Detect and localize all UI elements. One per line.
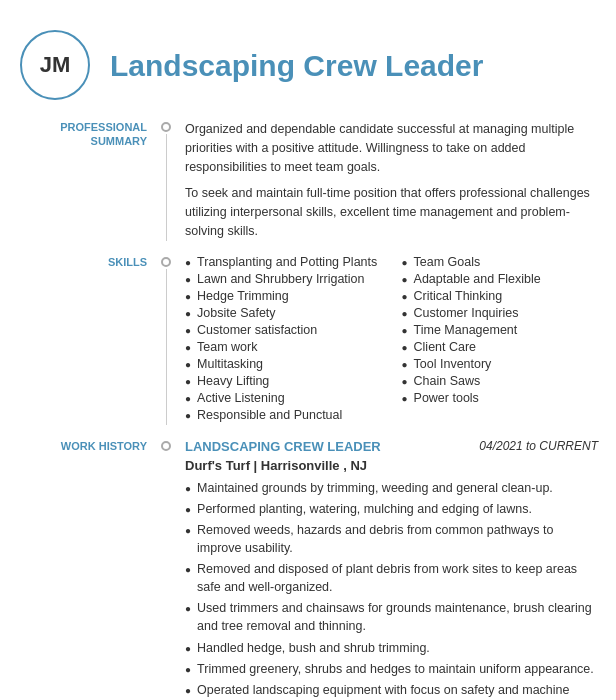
job-bullet-dot: ● xyxy=(185,482,191,497)
summary-section: PROFESSIONAL SUMMARY Organized and depen… xyxy=(0,120,616,255)
summary-label-area: PROFESSIONAL SUMMARY xyxy=(0,120,155,241)
skill-text: Team Goals xyxy=(414,255,481,269)
skill-text: Tool Inventory xyxy=(414,357,492,371)
skill-text: Heavy Lifting xyxy=(197,374,269,388)
skill-bullet: ● xyxy=(185,359,191,370)
skill-text: Client Care xyxy=(414,340,477,354)
skill-item: ●Power tools xyxy=(402,391,599,405)
job-bullet-item: ●Removed weeds, hazards and debris from … xyxy=(185,521,598,557)
skill-item: ●Responsible and Punctual xyxy=(185,408,382,422)
job-bullet-item: ●Maintained grounds by trimming, weeding… xyxy=(185,479,598,497)
skill-text: Multitasking xyxy=(197,357,263,371)
avatar-initials: JM xyxy=(40,52,71,78)
summary-label: PROFESSIONAL SUMMARY xyxy=(60,120,147,149)
skill-text: Transplanting and Potting Plants xyxy=(197,255,377,269)
skill-bullet: ● xyxy=(185,376,191,387)
skills-grid: ●Transplanting and Potting Plants●Lawn a… xyxy=(185,255,598,425)
skill-item: ●Lawn and Shrubbery Irrigation xyxy=(185,272,382,286)
job-bullet-item: ●Trimmed greenery, shrubs and hedges to … xyxy=(185,660,598,678)
summary-content: Organized and dependable candidate succe… xyxy=(177,120,616,241)
skill-bullet: ● xyxy=(402,274,408,285)
job-bullet-text: Performed planting, watering, mulching a… xyxy=(197,500,532,518)
job-dates: 04/2021 to CURRENT xyxy=(479,439,598,453)
skill-text: Power tools xyxy=(414,391,479,405)
skill-item: ●Chain Saws xyxy=(402,374,599,388)
job-bullet-text: Used trimmers and chainsaws for grounds … xyxy=(197,599,598,635)
work-connector xyxy=(155,439,177,701)
skill-bullet: ● xyxy=(185,325,191,336)
page-title: Landscaping Crew Leader xyxy=(110,49,483,82)
skill-item: ●Team Goals xyxy=(402,255,599,269)
job-bullet-item: ●Performed planting, watering, mulching … xyxy=(185,500,598,518)
summary-connector xyxy=(155,120,177,241)
skill-text: Chain Saws xyxy=(414,374,481,388)
work-label: WORK HISTORY xyxy=(61,439,147,453)
skill-bullet: ● xyxy=(185,257,191,268)
skill-bullet: ● xyxy=(402,308,408,319)
job-bullets-list: ●Maintained grounds by trimming, weeding… xyxy=(185,479,598,701)
skill-item: ●Active Listening xyxy=(185,391,382,405)
job-bullet-dot: ● xyxy=(185,684,191,699)
job-bullet-text: Operated landscaping equipment with focu… xyxy=(197,681,598,700)
skill-item: ●Jobsite Safety xyxy=(185,306,382,320)
skills-section: SKILLS ●Transplanting and Potting Plants… xyxy=(0,255,616,439)
skill-text: Time Management xyxy=(414,323,518,337)
skill-bullet: ● xyxy=(402,342,408,353)
skill-text: Hedge Trimming xyxy=(197,289,289,303)
work-history-header: LANDSCAPING CREW LEADER 04/2021 to CURRE… xyxy=(185,439,598,454)
job-bullet-item: ●Handled hedge, bush and shrub trimming. xyxy=(185,639,598,657)
skill-text: Jobsite Safety xyxy=(197,306,276,320)
summary-dot xyxy=(161,122,171,132)
skill-item: ●Heavy Lifting xyxy=(185,374,382,388)
job-bullet-text: Removed and disposed of plant debris fro… xyxy=(197,560,598,596)
skills-content: ●Transplanting and Potting Plants●Lawn a… xyxy=(177,255,616,425)
job-bullet-text: Handled hedge, bush and shrub trimming. xyxy=(197,639,430,657)
skill-bullet: ● xyxy=(185,308,191,319)
work-label-area: WORK HISTORY xyxy=(0,439,155,701)
summary-text1: Organized and dependable candidate succe… xyxy=(185,120,598,176)
avatar-circle: JM xyxy=(20,30,90,100)
skill-bullet: ● xyxy=(402,359,408,370)
job-bullet-text: Maintained grounds by trimming, weeding … xyxy=(197,479,553,497)
job-bullet-item: ●Operated landscaping equipment with foc… xyxy=(185,681,598,700)
skill-text: Customer Inquiries xyxy=(414,306,519,320)
skill-text: Critical Thinking xyxy=(414,289,503,303)
job-bullet-dot: ● xyxy=(185,524,191,539)
skill-bullet: ● xyxy=(185,291,191,302)
skill-bullet: ● xyxy=(185,274,191,285)
skill-item: ●Customer satisfaction xyxy=(185,323,382,337)
job-title: LANDSCAPING CREW LEADER xyxy=(185,439,381,454)
skills-connector xyxy=(155,255,177,425)
work-dot xyxy=(161,441,171,451)
job-bullet-text: Trimmed greenery, shrubs and hedges to m… xyxy=(197,660,594,678)
skill-bullet: ● xyxy=(402,325,408,336)
skill-item: ●Hedge Trimming xyxy=(185,289,382,303)
header-section: JM Landscaping Crew Leader xyxy=(0,20,616,120)
skill-text: Adaptable and Flexible xyxy=(414,272,541,286)
job-bullet-text: Removed weeds, hazards and debris from c… xyxy=(197,521,598,557)
skill-bullet: ● xyxy=(402,291,408,302)
job-bullet-dot: ● xyxy=(185,503,191,518)
job-bullet-dot: ● xyxy=(185,663,191,678)
summary-vline xyxy=(166,134,167,241)
skill-text: Responsible and Punctual xyxy=(197,408,342,422)
skill-text: Active Listening xyxy=(197,391,285,405)
skill-item: ●Customer Inquiries xyxy=(402,306,599,320)
skill-bullet: ● xyxy=(185,342,191,353)
skill-text: Lawn and Shrubbery Irrigation xyxy=(197,272,364,286)
skills-label-area: SKILLS xyxy=(0,255,155,425)
skill-text: Customer satisfaction xyxy=(197,323,317,337)
skills-left-col: ●Transplanting and Potting Plants●Lawn a… xyxy=(185,255,382,425)
job-bullet-dot: ● xyxy=(185,563,191,578)
work-history-section: WORK HISTORY LANDSCAPING CREW LEADER 04/… xyxy=(0,439,616,701)
skills-vline xyxy=(166,269,167,425)
skill-text: Team work xyxy=(197,340,257,354)
skill-bullet: ● xyxy=(185,393,191,404)
job-bullet-dot: ● xyxy=(185,642,191,657)
job-bullet-dot: ● xyxy=(185,602,191,617)
skill-item: ●Transplanting and Potting Plants xyxy=(185,255,382,269)
skill-item: ●Multitasking xyxy=(185,357,382,371)
skill-item: ●Client Care xyxy=(402,340,599,354)
skill-bullet: ● xyxy=(402,393,408,404)
skill-bullet: ● xyxy=(185,410,191,421)
